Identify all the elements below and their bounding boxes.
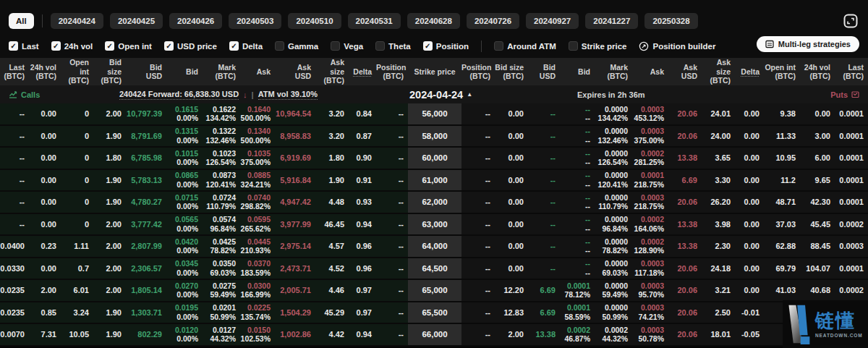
calls-bid-cell[interactable]: 0.02700.00%: [166, 280, 203, 301]
puts-ask-cell[interactable]: 0.000350.78%: [632, 324, 668, 345]
calls-ask-cell[interactable]: 0.0595265.62%: [240, 214, 275, 235]
expiry-date-toggle[interactable]: 2024-04-24 ▲: [409, 85, 472, 103]
calls-bid-cell[interactable]: 0.01200.00%: [166, 324, 203, 345]
filter-usd-price[interactable]: USD price: [164, 41, 217, 51]
filter-vega[interactable]: Vega: [331, 41, 363, 51]
tab-20240726[interactable]: 20240726: [467, 13, 519, 29]
calls-bid-usd-cell[interactable]: 3,777.42: [126, 214, 166, 235]
puts-mark-cell[interactable]: 0.000096.84%: [595, 214, 632, 235]
checkbox-unchecked-icon[interactable]: [331, 41, 340, 51]
calls-ask-usd-cell[interactable]: 8,958.83: [275, 126, 315, 147]
calls-ask-cell[interactable]: 0.1035375.00%: [240, 148, 275, 169]
option-row-65000[interactable]: 0.02352.006.012.001,805.140.02700.00%0.0…: [0, 280, 868, 302]
checkbox-checked-icon[interactable]: [9, 41, 18, 51]
calls-bid-usd-cell[interactable]: 5,783.13: [126, 170, 166, 191]
tab-20240424[interactable]: 20240424: [51, 13, 103, 29]
expand-icon[interactable]: [843, 14, 858, 28]
filter-24h-vol[interactable]: 24h vol: [51, 41, 93, 51]
puts-ask-usd-cell[interactable]: 13.38: [668, 236, 702, 257]
puts-bid-usd-cell[interactable]: --: [528, 258, 560, 279]
calls-ask-usd-cell[interactable]: 1,504.29: [275, 302, 315, 323]
calls-bid-cell[interactable]: 0.01950.00%: [166, 302, 203, 323]
checkbox-checked-icon[interactable]: [229, 41, 239, 51]
filter-position[interactable]: Position: [423, 41, 469, 51]
checkbox-checked-icon[interactable]: [51, 41, 61, 51]
option-row-56000[interactable]: --0.0002.0010,797.390.16150.00%0.1622134…: [0, 103, 868, 126]
option-row-60000[interactable]: --0.0001.806,785.980.10150.00%0.1023126.…: [0, 148, 868, 170]
puts-ask-cell[interactable]: 0.0002281.25%: [632, 148, 668, 169]
calls-bid-cell[interactable]: 0.05650.00%: [166, 214, 203, 235]
calls-ask-cell[interactable]: 0.0225135.74%: [240, 302, 275, 323]
calls-bid-usd-cell[interactable]: 2,306.57: [126, 258, 166, 279]
checkbox-checked-icon[interactable]: [423, 41, 433, 51]
calls-bid-usd-cell[interactable]: 6,785.98: [126, 148, 166, 169]
tab-20241227[interactable]: 20241227: [585, 13, 638, 29]
calls-ask-cell[interactable]: 0.0150102.53%: [240, 324, 275, 345]
tab-20240425[interactable]: 20240425: [110, 13, 163, 29]
puts-ask-usd-cell[interactable]: 20.06: [668, 258, 702, 279]
puts-bid-cell[interactable]: 0.000158.59%: [560, 302, 595, 323]
tab-20240531[interactable]: 20240531: [348, 13, 401, 29]
calls-mark-cell[interactable]: 0.0724110.79%: [203, 192, 240, 213]
calls-link[interactable]: Calls: [9, 85, 40, 103]
calls-bid-cell[interactable]: 0.08650.00%: [166, 170, 203, 191]
puts-mark-cell[interactable]: 0.0000126.54%: [595, 148, 632, 169]
calls-mark-cell[interactable]: 0.1322132.46%: [203, 126, 240, 147]
puts-bid-cell[interactable]: ----: [560, 170, 595, 191]
option-row-62000[interactable]: --0.0001.904,780.270.07150.00%0.0724110.…: [0, 192, 868, 214]
puts-ask-cell[interactable]: 0.000374.21%: [632, 302, 668, 323]
puts-bid-usd-cell[interactable]: --: [528, 236, 560, 257]
filter-strike-price[interactable]: Strike price: [569, 41, 627, 51]
puts-ask-cell[interactable]: 0.0003453.12%: [632, 103, 668, 124]
puts-ask-usd-cell[interactable]: 20.06: [668, 103, 702, 124]
calls-mark-cell[interactable]: 0.0873120.41%: [203, 170, 240, 191]
calls-ask-usd-cell[interactable]: 6,919.69: [275, 148, 315, 169]
filter-theta[interactable]: Theta: [375, 41, 411, 51]
puts-mark-cell[interactable]: 0.000059.49%: [595, 280, 632, 301]
puts-bid-usd-cell[interactable]: --: [528, 170, 560, 191]
puts-bid-usd-cell[interactable]: 6.69: [528, 302, 560, 323]
calls-bid-usd-cell[interactable]: 802.29: [126, 324, 166, 345]
calls-bid-cell[interactable]: 0.10150.00%: [166, 148, 203, 169]
checkbox-checked-icon[interactable]: [105, 41, 114, 51]
calls-bid-usd-cell[interactable]: 1,805.14: [126, 280, 166, 301]
calls-mark-cell[interactable]: 0.042578.82%: [203, 236, 240, 257]
puts-bid-usd-cell[interactable]: --: [528, 148, 560, 169]
tab-all[interactable]: All: [9, 13, 34, 29]
puts-ask-cell[interactable]: 0.0002164.06%: [632, 214, 668, 235]
puts-ask-cell[interactable]: 0.0003375.00%: [632, 126, 668, 147]
puts-ask-cell[interactable]: 0.0002128.90%: [632, 236, 668, 257]
calls-bid-usd-cell[interactable]: 10,797.39: [126, 103, 166, 124]
calls-mark-cell[interactable]: 0.1023126.54%: [203, 148, 240, 169]
puts-bid-cell[interactable]: ----: [560, 258, 595, 279]
calls-mark-cell[interactable]: 0.012744.32%: [203, 324, 240, 345]
calls-ask-usd-cell[interactable]: 1,002.86: [275, 324, 315, 345]
puts-ask-usd-cell[interactable]: 6.69: [668, 170, 702, 191]
calls-mark-cell[interactable]: 0.027559.49%: [203, 280, 240, 301]
puts-mark-cell[interactable]: 0.000244.32%: [595, 324, 632, 345]
tab-20240628[interactable]: 20240628: [407, 13, 460, 29]
position-builder-button[interactable]: Position builder: [639, 41, 715, 51]
checkbox-unchecked-icon[interactable]: [375, 41, 385, 51]
puts-ask-cell[interactable]: 0.0003218.75%: [632, 192, 668, 213]
puts-bid-usd-cell[interactable]: --: [528, 214, 560, 235]
option-row-61000[interactable]: --0.0001.905,783.130.08650.00%0.0873120.…: [0, 170, 868, 192]
puts-mark-cell[interactable]: 0.0000120.41%: [595, 170, 632, 191]
filter-around-atm[interactable]: Around ATM: [494, 41, 556, 51]
checkbox-unchecked-icon[interactable]: [569, 41, 578, 51]
puts-ask-usd-cell[interactable]: 13.38: [668, 214, 702, 235]
calls-mark-cell[interactable]: 0.057496.84%: [203, 214, 240, 235]
calls-ask-cell[interactable]: 0.1340500.00%: [240, 126, 275, 147]
puts-mark-cell[interactable]: 0.0000132.46%: [595, 126, 632, 147]
puts-ask-cell[interactable]: 0.000395.70%: [632, 280, 668, 301]
option-row-63000[interactable]: --0.0002.003,777.420.05650.00%0.057496.8…: [0, 214, 868, 237]
puts-ask-usd-cell[interactable]: 20.06: [668, 302, 702, 323]
calls-ask-cell[interactable]: 0.1640500.00%: [240, 103, 275, 124]
calls-bid-usd-cell[interactable]: 2,807.99: [126, 236, 166, 257]
checkbox-unchecked-icon[interactable]: [275, 41, 284, 51]
puts-bid-usd-cell[interactable]: --: [528, 103, 560, 124]
calls-mark-cell[interactable]: 0.1622134.42%: [203, 103, 240, 124]
calls-bid-usd-cell[interactable]: 4,780.27: [126, 192, 166, 213]
puts-bid-cell[interactable]: 0.000178.12%: [560, 280, 595, 301]
calls-ask-cell[interactable]: 0.0370183.59%: [240, 258, 275, 279]
